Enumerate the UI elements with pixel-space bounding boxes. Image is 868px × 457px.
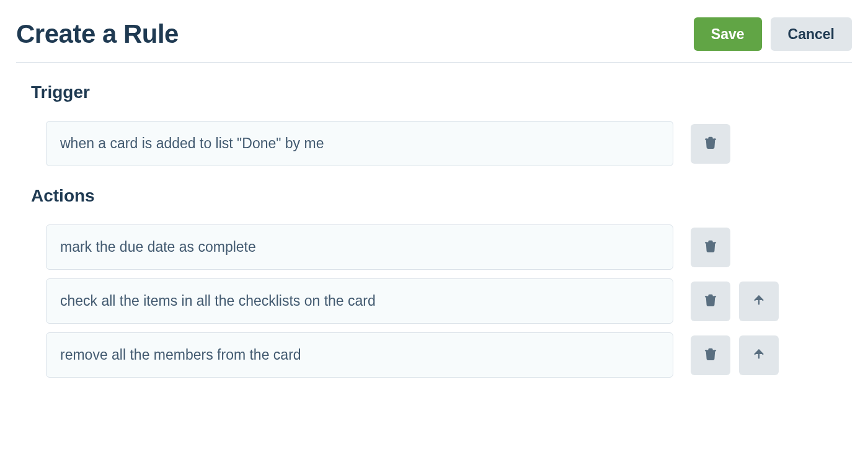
- action-text: remove all the members from the card: [46, 332, 673, 378]
- trigger-text: when a card is added to list "Done" by m…: [46, 121, 673, 166]
- trigger-row: when a card is added to list "Done" by m…: [31, 121, 852, 166]
- move-up-action-button[interactable]: [739, 282, 779, 321]
- action-row: mark the due date as complete: [31, 224, 852, 270]
- action-text: mark the due date as complete: [46, 224, 673, 270]
- delete-action-button[interactable]: [691, 228, 730, 267]
- actions-section: Actions mark the due date as complete ch…: [16, 186, 852, 378]
- trigger-section: Trigger when a card is added to list "Do…: [16, 82, 852, 166]
- delete-action-button[interactable]: [691, 282, 730, 321]
- header-buttons: Save Cancel: [694, 17, 852, 51]
- trigger-heading: Trigger: [31, 82, 852, 102]
- cancel-button[interactable]: Cancel: [771, 17, 852, 51]
- arrow-up-icon: [752, 347, 766, 363]
- trash-icon: [704, 293, 717, 309]
- arrow-up-icon: [752, 293, 766, 309]
- trash-icon: [704, 239, 717, 255]
- trash-icon: [704, 347, 717, 363]
- trash-icon: [704, 136, 717, 151]
- delete-trigger-button[interactable]: [691, 124, 730, 164]
- save-button[interactable]: Save: [694, 17, 762, 51]
- action-row: check all the items in all the checklist…: [31, 278, 852, 324]
- actions-heading: Actions: [31, 186, 852, 206]
- trigger-row-icons: [691, 121, 730, 166]
- move-up-action-button[interactable]: [739, 335, 779, 375]
- action-row: remove all the members from the card: [31, 332, 852, 378]
- delete-action-button[interactable]: [691, 335, 730, 375]
- page-title: Create a Rule: [16, 19, 179, 49]
- header: Create a Rule Save Cancel: [16, 17, 852, 63]
- action-text: check all the items in all the checklist…: [46, 278, 673, 324]
